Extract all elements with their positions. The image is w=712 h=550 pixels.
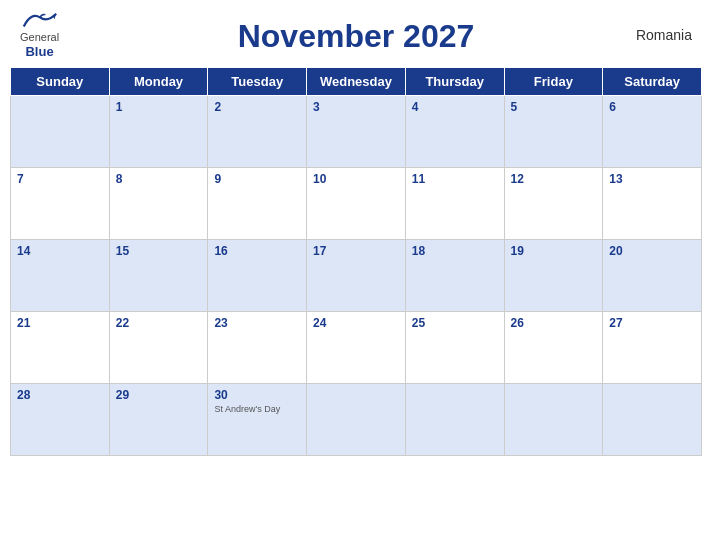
calendar-cell: 9 [208, 168, 307, 240]
country-label: Romania [636, 27, 692, 43]
calendar-cell: 11 [405, 168, 504, 240]
day-number: 22 [116, 316, 202, 330]
calendar-cell: 14 [11, 240, 110, 312]
day-number: 18 [412, 244, 498, 258]
week-row-3: 14151617181920 [11, 240, 702, 312]
calendar-cell: 27 [603, 312, 702, 384]
weekday-friday: Friday [504, 68, 603, 96]
calendar-cell: 5 [504, 96, 603, 168]
calendar-cell: 30St Andrew's Day [208, 384, 307, 456]
weekday-monday: Monday [109, 68, 208, 96]
week-row-5: 282930St Andrew's Day [11, 384, 702, 456]
day-number: 27 [609, 316, 695, 330]
calendar-cell: 19 [504, 240, 603, 312]
calendar-cell: 12 [504, 168, 603, 240]
day-number: 15 [116, 244, 202, 258]
calendar-cell [504, 384, 603, 456]
calendar-cell: 23 [208, 312, 307, 384]
week-row-4: 21222324252627 [11, 312, 702, 384]
day-number: 11 [412, 172, 498, 186]
calendar-title: November 2027 [238, 18, 475, 55]
day-number: 1 [116, 100, 202, 114]
day-number: 20 [609, 244, 695, 258]
day-number: 25 [412, 316, 498, 330]
calendar-cell: 7 [11, 168, 110, 240]
weekday-header-row: Sunday Monday Tuesday Wednesday Thursday… [11, 68, 702, 96]
calendar-cell: 2 [208, 96, 307, 168]
day-number: 17 [313, 244, 399, 258]
logo-blue-text: Blue [25, 44, 53, 60]
day-number: 8 [116, 172, 202, 186]
day-number: 7 [17, 172, 103, 186]
logo-general-text: General [20, 31, 59, 44]
calendar-table: Sunday Monday Tuesday Wednesday Thursday… [10, 67, 702, 456]
weekday-tuesday: Tuesday [208, 68, 307, 96]
day-number: 30 [214, 388, 300, 402]
calendar-cell [603, 384, 702, 456]
calendar-cell: 1 [109, 96, 208, 168]
day-number: 4 [412, 100, 498, 114]
day-number: 5 [511, 100, 597, 114]
calendar-cell [11, 96, 110, 168]
weekday-sunday: Sunday [11, 68, 110, 96]
calendar-cell [307, 384, 406, 456]
day-number: 21 [17, 316, 103, 330]
day-number: 16 [214, 244, 300, 258]
weekday-wednesday: Wednesday [307, 68, 406, 96]
calendar-cell: 22 [109, 312, 208, 384]
day-number: 28 [17, 388, 103, 402]
calendar-cell: 26 [504, 312, 603, 384]
day-number: 9 [214, 172, 300, 186]
day-number: 29 [116, 388, 202, 402]
day-number: 3 [313, 100, 399, 114]
calendar-cell: 20 [603, 240, 702, 312]
holiday-label: St Andrew's Day [214, 404, 300, 414]
day-number: 23 [214, 316, 300, 330]
day-number: 12 [511, 172, 597, 186]
day-number: 2 [214, 100, 300, 114]
calendar-cell: 28 [11, 384, 110, 456]
calendar-cell: 8 [109, 168, 208, 240]
week-row-1: 123456 [11, 96, 702, 168]
calendar-cell [405, 384, 504, 456]
day-number: 13 [609, 172, 695, 186]
calendar-cell: 15 [109, 240, 208, 312]
calendar-cell: 10 [307, 168, 406, 240]
calendar-cell: 4 [405, 96, 504, 168]
calendar-cell: 18 [405, 240, 504, 312]
day-number: 6 [609, 100, 695, 114]
calendar-cell: 3 [307, 96, 406, 168]
calendar-cell: 24 [307, 312, 406, 384]
logo: General Blue [20, 10, 59, 60]
calendar-cell: 6 [603, 96, 702, 168]
weekday-saturday: Saturday [603, 68, 702, 96]
calendar-cell: 21 [11, 312, 110, 384]
day-number: 26 [511, 316, 597, 330]
day-number: 19 [511, 244, 597, 258]
day-number: 14 [17, 244, 103, 258]
calendar-cell: 29 [109, 384, 208, 456]
calendar-cell: 13 [603, 168, 702, 240]
weekday-thursday: Thursday [405, 68, 504, 96]
calendar-header: General Blue November 2027 Romania [10, 10, 702, 59]
logo-bird-icon [22, 10, 58, 30]
day-number: 24 [313, 316, 399, 330]
day-number: 10 [313, 172, 399, 186]
calendar-cell: 17 [307, 240, 406, 312]
calendar-cell: 25 [405, 312, 504, 384]
week-row-2: 78910111213 [11, 168, 702, 240]
calendar-cell: 16 [208, 240, 307, 312]
